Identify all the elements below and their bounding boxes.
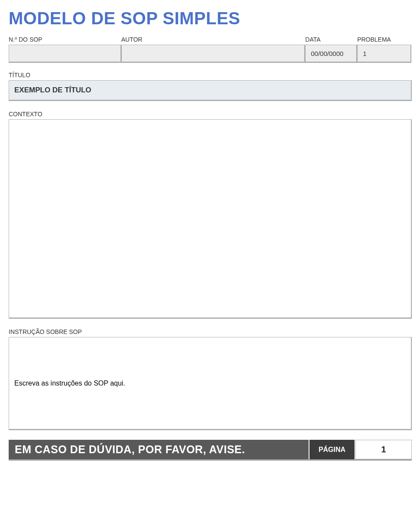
autor-value[interactable] bbox=[121, 45, 306, 63]
field-autor: AUTOR bbox=[121, 36, 306, 63]
footer-pagina-num: 1 bbox=[355, 440, 412, 459]
instrucao-value[interactable]: Escreva as instruções do SOP aqui. bbox=[9, 337, 412, 430]
sop-value[interactable] bbox=[9, 45, 121, 63]
titulo-label: TÍTULO bbox=[9, 72, 411, 79]
section-instrucao: INSTRUÇÃO SOBRE SOP Escreva as instruçõe… bbox=[9, 328, 411, 430]
field-data: DATA 00/00/0000 bbox=[305, 36, 357, 63]
contexto-value[interactable] bbox=[9, 119, 412, 319]
section-titulo: TÍTULO EXEMPLO DE TÍTULO bbox=[9, 72, 411, 101]
problema-label: PROBLEMA bbox=[357, 36, 411, 43]
footer-message: EM CASO DE DÚVIDA, POR FAVOR, AVISE. bbox=[9, 440, 309, 459]
instrucao-label: INSTRUÇÃO SOBRE SOP bbox=[9, 328, 411, 335]
data-label: DATA bbox=[305, 36, 357, 43]
sop-label: N.º DO SOP bbox=[9, 36, 121, 43]
document-title: MODELO DE SOP SIMPLES bbox=[9, 9, 411, 28]
field-problema: PROBLEMA 1 bbox=[357, 36, 411, 63]
footer-bar: EM CASO DE DÚVIDA, POR FAVOR, AVISE. PÁG… bbox=[9, 440, 412, 461]
header-row: N.º DO SOP AUTOR DATA 00/00/0000 PROBLEM… bbox=[9, 36, 411, 63]
contexto-label: CONTEXTO bbox=[9, 111, 411, 118]
autor-label: AUTOR bbox=[121, 36, 306, 43]
field-sop: N.º DO SOP bbox=[9, 36, 121, 63]
section-contexto: CONTEXTO bbox=[9, 111, 411, 319]
data-value[interactable]: 00/00/0000 bbox=[305, 45, 357, 63]
problema-value[interactable]: 1 bbox=[357, 45, 411, 63]
titulo-value[interactable]: EXEMPLO DE TÍTULO bbox=[9, 80, 412, 101]
footer-pagina-label: PÁGINA bbox=[309, 440, 355, 459]
